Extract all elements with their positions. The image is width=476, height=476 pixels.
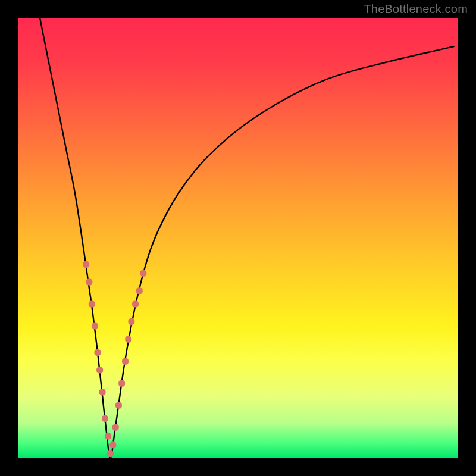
chart-frame: TheBottleneck.com bbox=[0, 0, 476, 476]
marker-point bbox=[92, 323, 98, 330]
marker-point bbox=[86, 279, 92, 286]
marker-point bbox=[83, 261, 89, 268]
marker-point bbox=[94, 349, 101, 356]
marker-point bbox=[136, 287, 143, 294]
marker-point bbox=[115, 402, 122, 409]
marker-point bbox=[109, 441, 116, 448]
highlight-markers bbox=[83, 261, 146, 457]
marker-point bbox=[105, 433, 111, 440]
plot-area bbox=[18, 18, 458, 458]
marker-point bbox=[99, 389, 106, 396]
marker-point bbox=[107, 450, 114, 457]
marker-point bbox=[96, 367, 103, 374]
marker-point bbox=[140, 270, 146, 277]
marker-point bbox=[125, 336, 131, 343]
marker-point bbox=[118, 380, 125, 387]
marker-point bbox=[102, 415, 108, 422]
marker-point bbox=[112, 424, 119, 431]
marker-point bbox=[89, 301, 95, 308]
marker-point bbox=[128, 318, 134, 325]
marker-point bbox=[132, 301, 139, 308]
marker-point bbox=[122, 358, 129, 365]
curve-layer bbox=[18, 18, 458, 458]
watermark-text: TheBottleneck.com bbox=[364, 2, 468, 16]
